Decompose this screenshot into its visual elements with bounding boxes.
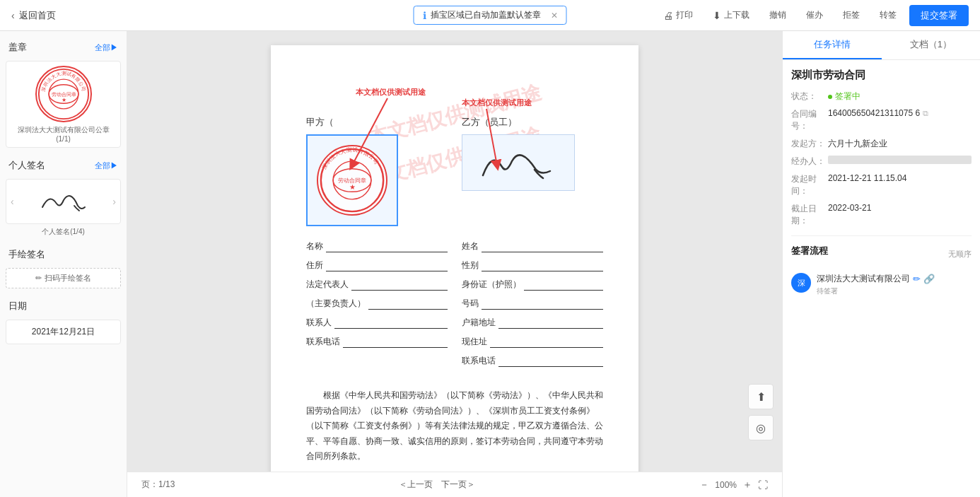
flow-company-name-row: 深圳法大大测试有限公司 ✏ 🔗	[817, 273, 972, 285]
right-sidebar: 任务详情 文档（1） 深圳市劳动合同 状态： 签署中 合同编号： 1640056…	[782, 31, 980, 497]
operator-value	[828, 156, 972, 164]
zoom-in-button[interactable]: ＋	[742, 479, 752, 491]
notification-bar: ℹ 插宝区域已自动加盖默认签章 ✕	[414, 6, 567, 25]
field-phone-a: 联系电话	[306, 336, 448, 348]
flow-link-icon[interactable]: 🔗	[923, 274, 935, 284]
deadline-value: 2022-03-21	[828, 203, 972, 213]
flow-company-info: 深圳法大大测试有限公司 ✏ 🔗 待签署	[817, 273, 972, 296]
personal-sig-header: 个人签名 全部▶	[6, 156, 121, 175]
field-phone-b: 联系电话	[462, 355, 603, 367]
document-body-text: 根据《中华人民共和国劳动法》（以下简称《劳动法》）、《中华人民共和国劳动合同法》…	[306, 388, 603, 464]
download-button[interactable]: ⬇ 上下载	[706, 6, 757, 24]
reject-button[interactable]: 拒签	[836, 6, 867, 24]
field-domicile: 户籍地址	[462, 317, 603, 329]
scan-handwriting-button[interactable]: ✏ 扫码手绘签名	[6, 268, 121, 288]
tab-document[interactable]: 文档（1）	[882, 31, 981, 59]
document-float-buttons: ⬆ ◎	[748, 384, 774, 440]
detail-row-contract-no: 合同编号： 164005650421311075 6 ⧉	[791, 108, 972, 132]
back-arrow-icon: ‹	[11, 10, 15, 21]
next-page-button[interactable]: 下一页＞	[441, 479, 475, 491]
flow-edit-icon[interactable]: ✏	[913, 274, 921, 284]
fullscreen-button[interactable]: ⛶	[758, 479, 768, 491]
detail-row-deadline: 截止日期： 2022-03-21	[791, 203, 972, 227]
remind-label: 催办	[806, 9, 823, 21]
party-b-sig-area	[462, 134, 603, 191]
party-a-label: 甲方（	[306, 116, 448, 129]
reject-label: 拒签	[843, 9, 860, 21]
detail-row-send-time: 发起时间： 2021-12-21 11.15.04	[791, 173, 972, 197]
document-viewer: 本文档仅供测试用途 本文档仅供测试用途 本文档仅供测试用途 本文档仅供测试用途	[127, 31, 782, 497]
date-box: 2021年12月21日	[6, 320, 121, 344]
flow-company-avatar: 深	[791, 273, 811, 293]
handwriting-title: 手绘签名	[8, 248, 45, 261]
svg-text:★: ★	[61, 97, 66, 103]
field-contact-a: 联系人	[306, 317, 448, 329]
prev-page-button[interactable]: ＜上一页	[399, 479, 433, 491]
transfer-button[interactable]: 转签	[873, 6, 904, 24]
right-tabs: 任务详情 文档（1）	[783, 31, 980, 60]
handwriting-header: 手绘签名	[6, 245, 121, 264]
date-value: 2021年12月21日	[32, 327, 95, 337]
toolbar: ‹ 返回首页 ℹ 插宝区域已自动加盖默认签章 ✕ 🖨 打印 ⬇ 上下载 撤销 催…	[0, 0, 980, 31]
svg-text:★: ★	[349, 183, 356, 191]
scroll-target-button[interactable]: ◎	[748, 415, 774, 440]
seal-item-company[interactable]: 深圳法大大测试有限公司 劳动合同章 ★ 深圳法大大测试有限公司公章(1/1)	[6, 61, 121, 148]
submit-button[interactable]: 提交签署	[909, 5, 969, 26]
party-a-stamp-box[interactable]: 深圳法大大测试有限公司 劳动合同章 ★	[306, 134, 398, 226]
copy-contract-no-icon[interactable]: ⧉	[923, 109, 928, 118]
back-button[interactable]: ‹ 返回首页	[11, 9, 56, 22]
remind-button[interactable]: 催办	[799, 6, 830, 24]
date-title: 日期	[8, 300, 27, 312]
print-button[interactable]: 🖨 打印	[656, 6, 700, 24]
date-section: 日期 2021年12月21日	[6, 297, 121, 344]
field-gender: 性别	[462, 259, 603, 271]
flow-company-status: 待签署	[817, 286, 972, 296]
notification-close-icon[interactable]: ✕	[551, 11, 558, 21]
sender-value: 六月十九新企业	[828, 138, 972, 150]
detail-row-sender: 发起方： 六月十九新企业	[791, 138, 972, 150]
main-content: 盖章 全部▶ 深圳法大大测试有限公司 劳动合同章	[0, 31, 980, 497]
carousel-prev-icon[interactable]: ‹	[9, 194, 16, 209]
employee-signature-box[interactable]	[462, 134, 575, 191]
name-line-a	[326, 252, 448, 252]
seal-section-all-btn[interactable]: 全部▶	[95, 42, 118, 53]
phone-a-line	[343, 347, 448, 348]
legal-rep-label: 法定代表人	[306, 279, 349, 291]
personal-sig-all-btn[interactable]: 全部▶	[95, 160, 118, 171]
main-person-line	[368, 309, 448, 310]
contract-no-key: 合同编号：	[791, 108, 828, 132]
name-line-b	[482, 252, 603, 252]
id-line	[524, 290, 603, 291]
toolbar-right: 🖨 打印 ⬇ 上下载 撤销 催办 拒签 转签 提交签署	[656, 5, 969, 26]
field-legal-rep: 法定代表人	[306, 279, 448, 291]
operator-key: 经办人：	[791, 156, 828, 168]
personal-sig-section: 个人签名 全部▶ ‹ › 个人签名(1/4)	[6, 156, 121, 237]
flow-header: 签署流程 无顺序	[791, 245, 972, 263]
zoom-out-button[interactable]: －	[699, 479, 709, 491]
sender-key: 发起方：	[791, 138, 828, 150]
submit-label: 提交签署	[921, 10, 957, 21]
svg-text:本文档仅供测试用途: 本文档仅供测试用途	[355, 88, 426, 96]
name-label-a: 名称	[306, 240, 323, 252]
gender-label: 性别	[462, 259, 479, 271]
field-address-a: 住所	[306, 259, 448, 271]
print-icon: 🖨	[663, 10, 673, 21]
deadline-key: 截止日期：	[791, 203, 828, 227]
recall-button[interactable]: 撤销	[762, 6, 793, 24]
field-id-num: 号码	[462, 298, 603, 310]
status-value: 签署中	[828, 90, 972, 103]
document-page[interactable]: 本文档仅供测试用途 本文档仅供测试用途 本文档仅供测试用途 本文档仅供测试用途	[127, 31, 782, 472]
current-address-label: 现住址	[462, 336, 487, 348]
flow-company-name: 深圳法大大测试有限公司	[817, 273, 910, 285]
contract-title: 深圳市劳动合同	[791, 69, 972, 82]
carousel-next-icon[interactable]: ›	[111, 194, 117, 209]
phone-b-label: 联系电话	[462, 355, 496, 367]
handwriting-section: 手绘签名 ✏ 扫码手绘签名	[6, 245, 121, 288]
zoom-level: 100%	[715, 480, 737, 490]
seal-section-header: 盖章 全部▶	[6, 38, 121, 57]
scroll-up-button[interactable]: ⬆	[748, 384, 774, 409]
form-row-1: 名称 住所 法定代表人	[306, 240, 603, 374]
contact-a-label: 联系人	[306, 317, 332, 329]
tab-task-details[interactable]: 任务详情	[783, 31, 882, 59]
download-label: 上下载	[724, 9, 749, 21]
